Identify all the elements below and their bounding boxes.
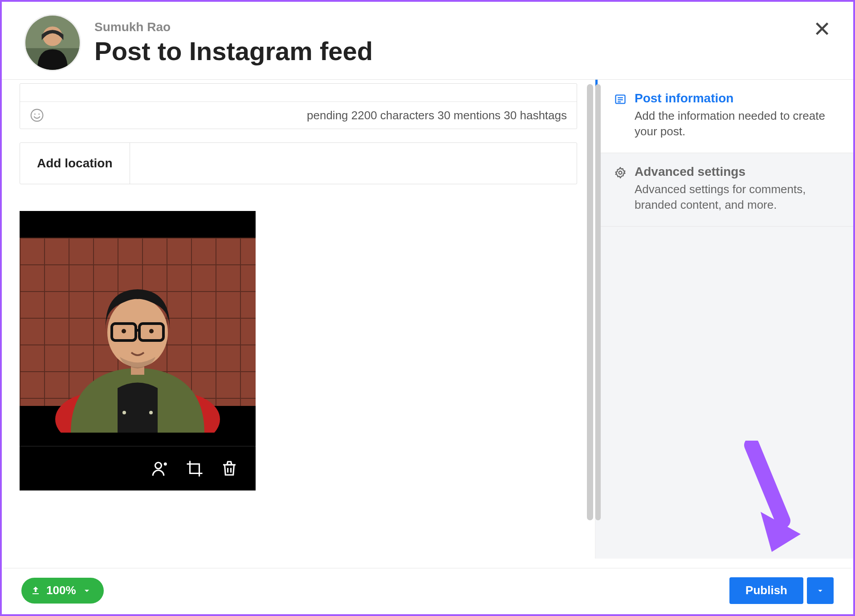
media-toolbar: [20, 446, 256, 490]
media-image: [20, 211, 256, 446]
svg-point-5: [38, 113, 40, 115]
publish-dropdown-button[interactable]: [807, 577, 834, 604]
svg-point-11: [107, 298, 168, 367]
gear-icon: [614, 166, 627, 213]
media-preview: [20, 211, 256, 490]
caption-input[interactable]: [20, 84, 577, 101]
delete-icon[interactable]: [220, 459, 239, 478]
avatar: [24, 14, 81, 71]
sidebar: Post information Add the information nee…: [595, 80, 853, 559]
upload-status-pill[interactable]: 100%: [21, 578, 104, 604]
post-info-icon: [614, 93, 627, 139]
chevron-down-icon: [81, 585, 92, 596]
svg-point-17: [155, 462, 162, 469]
svg-point-15: [122, 329, 126, 333]
main-scrollbar[interactable]: [587, 84, 593, 543]
caption-box: pending 2200 characters 30 mentions 30 h…: [20, 83, 577, 129]
add-location-label: Add location: [20, 143, 130, 184]
svg-rect-24: [33, 593, 39, 594]
svg-point-18: [164, 462, 167, 466]
upload-percent: 100%: [46, 584, 76, 597]
footer-bar: 100% Publish: [4, 568, 851, 612]
caption-counter: pending 2200 characters 30 mentions 30 h…: [307, 109, 567, 122]
svg-point-3: [31, 109, 43, 122]
publish-button[interactable]: Publish: [729, 577, 803, 604]
sidebar-item-desc: Add the information needed to create you…: [635, 108, 839, 139]
main-panel: pending 2200 characters 30 mentions 30 h…: [2, 80, 595, 559]
svg-point-2: [43, 26, 62, 46]
svg-point-4: [34, 113, 36, 115]
svg-point-8: [122, 411, 126, 414]
crop-icon[interactable]: [185, 459, 204, 478]
sidebar-item-post-information[interactable]: Post information Add the information nee…: [595, 80, 853, 153]
svg-point-9: [149, 411, 153, 414]
tag-people-icon[interactable]: [151, 459, 169, 478]
page-title: Post to Instagram feed: [94, 36, 373, 66]
emoji-icon[interactable]: [30, 108, 44, 122]
sidebar-item-label: Advanced settings: [635, 165, 839, 179]
sidebar-scrollbar[interactable]: [595, 84, 601, 529]
caret-down-icon: [815, 586, 825, 596]
location-box: Add location: [20, 142, 577, 184]
sidebar-item-advanced-settings[interactable]: Advanced settings Advanced settings for …: [595, 153, 853, 227]
dialog-header: Sumukh Rao Post to Instagram feed ✕: [2, 2, 853, 80]
close-icon[interactable]: ✕: [813, 19, 831, 40]
add-location-input[interactable]: [130, 143, 577, 184]
sidebar-item-label: Post information: [635, 91, 839, 105]
svg-point-23: [619, 171, 622, 174]
account-username: Sumukh Rao: [94, 20, 373, 34]
sidebar-item-desc: Advanced settings for comments, branded …: [635, 182, 839, 213]
svg-point-16: [149, 329, 154, 333]
